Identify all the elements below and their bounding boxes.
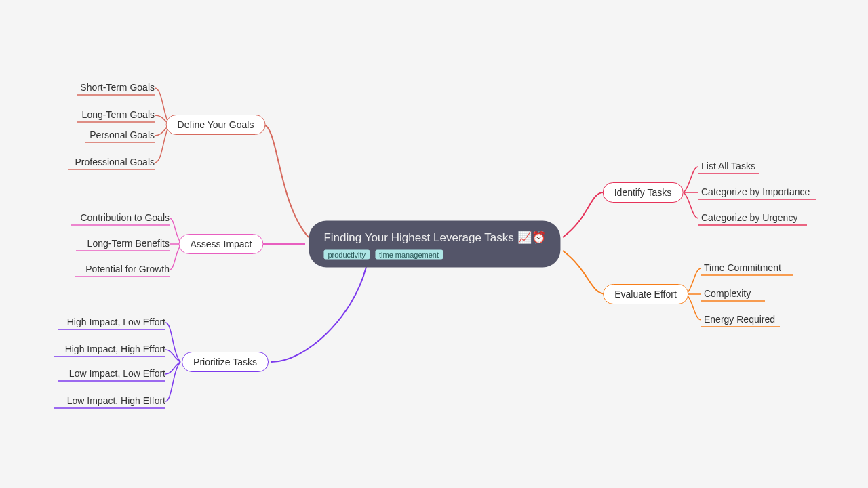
center-node[interactable]: Finding Your Highest Leverage Tasks 📈⏰ p… [309, 221, 560, 268]
leaf-personal-goals[interactable]: Personal Goals [90, 129, 155, 142]
leaf-long-term-goals[interactable]: Long-Term Goals [82, 109, 155, 122]
tag[interactable]: productivity [323, 250, 370, 260]
leaf-time-commitment[interactable]: Time Commitment [704, 262, 781, 275]
center-title: Finding Your Highest Leverage Tasks 📈⏰ [323, 230, 545, 245]
leaf-list-all-tasks[interactable]: List All Tasks [701, 161, 755, 174]
leaf-short-term-goals[interactable]: Short-Term Goals [80, 82, 155, 95]
leaf-energy-required[interactable]: Energy Required [704, 314, 775, 327]
branch-prioritize-tasks[interactable]: Prioritize Tasks [182, 352, 269, 372]
tag[interactable]: time management [375, 250, 443, 260]
branch-label: Define Your Goals [178, 119, 254, 130]
branch-assess-impact[interactable]: Assess Impact [178, 234, 263, 254]
branch-label: Identify Tasks [614, 187, 672, 198]
center-tags: productivity time management [323, 249, 545, 260]
leaf-categorize-urgency[interactable]: Categorize by Urgency [701, 212, 797, 225]
leaf-contribution-to-goals[interactable]: Contribution to Goals [80, 212, 170, 225]
leaf-professional-goals[interactable]: Professional Goals [75, 157, 155, 169]
leaf-high-impact-high-effort[interactable]: High Impact, High Effort [65, 344, 165, 357]
branch-evaluate-effort[interactable]: Evaluate Effort [603, 284, 688, 304]
branch-label: Evaluate Effort [614, 289, 677, 300]
leaf-high-impact-low-effort[interactable]: High Impact, Low Effort [67, 317, 165, 329]
leaf-complexity[interactable]: Complexity [704, 288, 751, 301]
leaf-potential-for-growth[interactable]: Potential for Growth [85, 264, 170, 277]
leaf-long-term-benefits[interactable]: Long-Term Benefits [87, 238, 170, 251]
branch-label: Assess Impact [190, 239, 252, 249]
branch-define-goals[interactable]: Define Your Goals [166, 115, 266, 135]
leaf-low-impact-high-effort[interactable]: Low Impact, High Effort [67, 395, 165, 408]
branch-identify-tasks[interactable]: Identify Tasks [603, 182, 684, 203]
leaf-low-impact-low-effort[interactable]: Low Impact, Low Effort [69, 368, 165, 381]
branch-label: Prioritize Tasks [193, 357, 257, 367]
leaf-categorize-importance[interactable]: Categorize by Importance [701, 186, 810, 199]
